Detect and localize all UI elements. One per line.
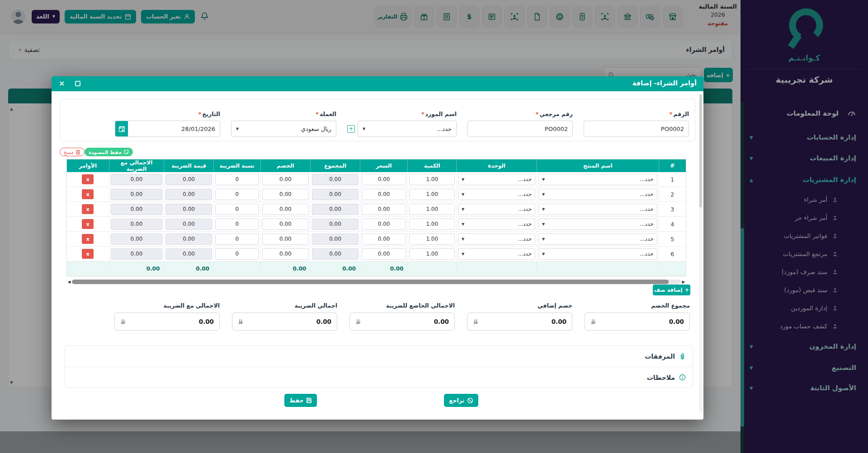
attachments-section[interactable]: المرفقات <box>65 346 693 367</box>
qty-input[interactable]: 1.00 <box>409 174 455 185</box>
number-field[interactable]: PO0002 <box>584 121 689 137</box>
scroll-left-icon[interactable]: ◀ <box>66 280 72 284</box>
unit-select-value: حدد... <box>518 176 532 182</box>
price-value: 0.00 <box>378 176 390 182</box>
subtotal-field: 0.00 <box>312 219 359 230</box>
summary-input[interactable]: 0.00 <box>467 313 572 331</box>
tax-rate-input[interactable]: 0 <box>215 204 259 215</box>
unit-select[interactable]: حدد...▼ <box>458 174 535 185</box>
unit-select[interactable]: حدد...▼ <box>458 234 535 245</box>
date-field[interactable]: 28/01/2026 <box>115 121 220 137</box>
summary-input[interactable]: 0.00 <box>585 313 690 331</box>
tax-rate-input[interactable]: 0 <box>215 189 259 200</box>
items-tbody: 1 حدد...▼ حدد...▼ 1.00 0.00 0.00 0.00 0 … <box>67 172 686 262</box>
remove-row-button[interactable]: x <box>82 189 94 199</box>
summary-input[interactable]: 0.00 <box>232 313 337 331</box>
qty-input[interactable]: 1.00 <box>409 248 455 260</box>
tax-rate-value: 0 <box>235 191 239 197</box>
qty-input[interactable]: 1.00 <box>409 219 455 230</box>
chevron-down-icon: ▼ <box>542 207 545 211</box>
total-with-tax-value: 0.00 <box>131 206 143 212</box>
remove-row-button[interactable]: x <box>82 249 94 259</box>
col-tax-value: قيمة الضريبة <box>164 159 213 172</box>
remove-row-button[interactable]: x <box>82 234 94 244</box>
qty-input[interactable]: 1.00 <box>409 204 455 215</box>
summary-input[interactable]: 0.00 <box>114 313 220 331</box>
notes-section[interactable]: ملاحظات <box>65 367 693 388</box>
date-field-group: التاريخ* 28/01/2026 <box>115 111 220 141</box>
summary-input[interactable]: 0.00 <box>349 313 455 331</box>
hscroll-thumb[interactable] <box>72 280 669 284</box>
date-label: التاريخ* <box>115 111 220 117</box>
discount-value: 0.00 <box>279 206 292 212</box>
product-select[interactable]: حدد...▼ <box>538 234 657 245</box>
product-select[interactable]: حدد...▼ <box>538 204 657 215</box>
modal-scrollbar[interactable] <box>699 94 702 413</box>
back-button[interactable]: تراجع <box>444 394 478 407</box>
qty-value: 1.00 <box>426 191 438 197</box>
tax-rate-input[interactable]: 0 <box>215 219 259 230</box>
discount-input[interactable]: 0.00 <box>262 219 309 230</box>
discount-input[interactable]: 0.00 <box>262 174 309 185</box>
tax-value-field: 0.00 <box>165 174 212 185</box>
price-input[interactable]: 0.00 <box>362 189 406 200</box>
remove-row-button[interactable]: x <box>82 219 94 229</box>
discount-input[interactable]: 0.00 <box>262 234 309 245</box>
chevron-down-icon: ▼ <box>236 127 239 131</box>
save-label: حفظ <box>289 397 303 404</box>
product-select[interactable]: حدد...▼ <box>538 219 657 230</box>
tax-value-field: 0.00 <box>165 219 212 230</box>
supplier-select[interactable]: حدد... ▼ <box>358 121 457 137</box>
subtotal-field: 0.00 <box>312 234 359 245</box>
items-hscrollbar[interactable]: ◀ ▶ <box>66 279 686 285</box>
qty-value: 1.00 <box>426 206 438 212</box>
price-input[interactable]: 0.00 <box>362 219 406 230</box>
discount-input[interactable]: 0.00 <box>262 189 309 200</box>
qty-input[interactable]: 1.00 <box>409 189 455 200</box>
remove-row-button[interactable]: x <box>82 174 94 184</box>
summary-extra-discount: خصم إضافي 0.00 <box>467 302 572 331</box>
tax-value-value: 0.00 <box>183 251 195 257</box>
save-draft-button[interactable]: حفظ المسودة <box>85 148 133 156</box>
calendar-icon[interactable] <box>115 121 128 137</box>
reference-field[interactable]: PO0002 <box>467 121 573 137</box>
tax-rate-input[interactable]: 0 <box>215 174 259 185</box>
product-select-value: حدد... <box>640 176 654 182</box>
col-total-with-tax: الاجمالي مع الضريبة <box>109 159 164 172</box>
add-supplier-button[interactable]: + <box>347 125 355 133</box>
price-value: 0.00 <box>378 191 390 197</box>
scroll-right-icon[interactable]: ▶ <box>681 280 686 284</box>
summary-taxable-total: الاجمالي الخاضع للضريبة 0.00 <box>349 302 455 331</box>
reference-field-group: رقم مرجعي* PO0002 <box>467 111 573 141</box>
discount-input[interactable]: 0.00 <box>262 248 309 260</box>
product-select-value: حدد... <box>640 206 654 212</box>
qty-input[interactable]: 1.00 <box>409 234 455 245</box>
maximize-icon[interactable] <box>75 81 80 86</box>
unit-select[interactable]: حدد...▼ <box>458 219 535 230</box>
discount-value: 0.00 <box>279 191 292 197</box>
unit-select[interactable]: حدد...▼ <box>458 189 535 200</box>
unit-select[interactable]: حدد...▼ <box>458 248 535 260</box>
price-input[interactable]: 0.00 <box>362 204 406 215</box>
clear-button[interactable]: مسح <box>60 148 85 156</box>
add-row-button[interactable]: + إضافة صف <box>653 285 690 295</box>
save-button[interactable]: حفظ <box>284 394 317 407</box>
price-input[interactable]: 0.00 <box>362 234 406 245</box>
close-icon[interactable]: × <box>59 79 65 89</box>
tax-rate-input[interactable]: 0 <box>215 234 259 245</box>
discount-input[interactable]: 0.00 <box>262 204 309 215</box>
price-input[interactable]: 0.00 <box>362 174 406 185</box>
tax-value-field: 0.00 <box>165 189 212 200</box>
chevron-down-icon: ▼ <box>542 177 545 182</box>
trash-icon <box>75 149 80 155</box>
product-select[interactable]: حدد...▼ <box>538 248 657 260</box>
block-icon <box>467 397 473 404</box>
product-select[interactable]: حدد...▼ <box>538 174 657 185</box>
row-index: 5 <box>670 236 674 243</box>
currency-select[interactable]: ريال سعودي ▼ <box>231 121 336 137</box>
unit-select[interactable]: حدد...▼ <box>458 204 535 215</box>
product-select[interactable]: حدد...▼ <box>538 189 657 200</box>
remove-row-button[interactable]: x <box>82 204 94 214</box>
tax-rate-input[interactable]: 0 <box>215 248 259 260</box>
price-input[interactable]: 0.00 <box>362 248 406 260</box>
